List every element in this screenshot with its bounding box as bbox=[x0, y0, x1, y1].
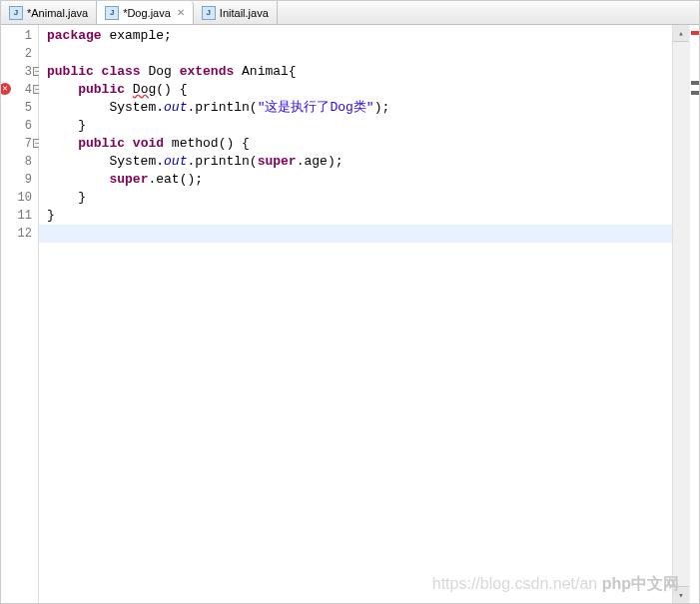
line-number: 9 bbox=[1, 171, 32, 189]
line-number: 11 bbox=[1, 207, 32, 225]
code-line: public void method() { bbox=[47, 135, 672, 153]
editor: 123−4✕−567−89101112 package example;publ… bbox=[1, 25, 699, 603]
code-line: public Dog() { bbox=[47, 81, 672, 99]
code-line: System.out.println(super.age); bbox=[47, 153, 672, 171]
line-number: 12 bbox=[1, 225, 32, 243]
line-number: 2 bbox=[1, 45, 32, 63]
code-line: System.out.println("这是执行了Dog类"); bbox=[47, 99, 672, 117]
tab-label: *Dog.java bbox=[123, 7, 171, 19]
editor-tab[interactable]: J*Dog.java✕ bbox=[97, 1, 194, 24]
line-number: 4✕− bbox=[1, 81, 32, 99]
line-number: 6 bbox=[1, 117, 32, 135]
code-line: package example; bbox=[47, 27, 672, 45]
line-gutter: 123−4✕−567−89101112 bbox=[1, 25, 39, 603]
code-line: } bbox=[47, 189, 672, 207]
line-number: 7− bbox=[1, 135, 32, 153]
code-line bbox=[47, 45, 672, 63]
vertical-scrollbar[interactable]: ▴ ▾ bbox=[672, 25, 689, 603]
line-number: 1 bbox=[1, 27, 32, 45]
close-icon[interactable]: ✕ bbox=[177, 7, 185, 18]
code-line: } bbox=[47, 207, 672, 225]
line-number: 5 bbox=[1, 99, 32, 117]
error-icon[interactable]: ✕ bbox=[0, 83, 11, 95]
line-number: 10 bbox=[1, 189, 32, 207]
line-number: 3− bbox=[1, 63, 32, 81]
scroll-down-arrow[interactable]: ▾ bbox=[673, 586, 689, 603]
editor-tab[interactable]: JInitail.java bbox=[194, 1, 278, 24]
code-line: } bbox=[47, 117, 672, 135]
overview-mark[interactable] bbox=[691, 91, 699, 95]
code-area[interactable]: package example;public class Dog extends… bbox=[39, 25, 672, 603]
overview-mark[interactable] bbox=[691, 81, 699, 85]
tab-bar: J*Animal.javaJ*Dog.java✕JInitail.java bbox=[1, 1, 699, 25]
code-line bbox=[39, 225, 672, 243]
java-file-icon: J bbox=[202, 6, 216, 20]
overview-ruler[interactable] bbox=[689, 25, 699, 603]
editor-tab[interactable]: J*Animal.java bbox=[1, 1, 97, 24]
tab-label: *Animal.java bbox=[27, 7, 88, 19]
line-number: 8 bbox=[1, 153, 32, 171]
code-line: public class Dog extends Animal{ bbox=[47, 63, 672, 81]
java-file-icon: J bbox=[9, 6, 23, 20]
tab-label: Initail.java bbox=[220, 7, 269, 19]
code-line: super.eat(); bbox=[47, 171, 672, 189]
scroll-up-arrow[interactable]: ▴ bbox=[673, 25, 689, 42]
java-file-icon: J bbox=[105, 6, 119, 20]
overview-mark[interactable] bbox=[691, 31, 699, 35]
